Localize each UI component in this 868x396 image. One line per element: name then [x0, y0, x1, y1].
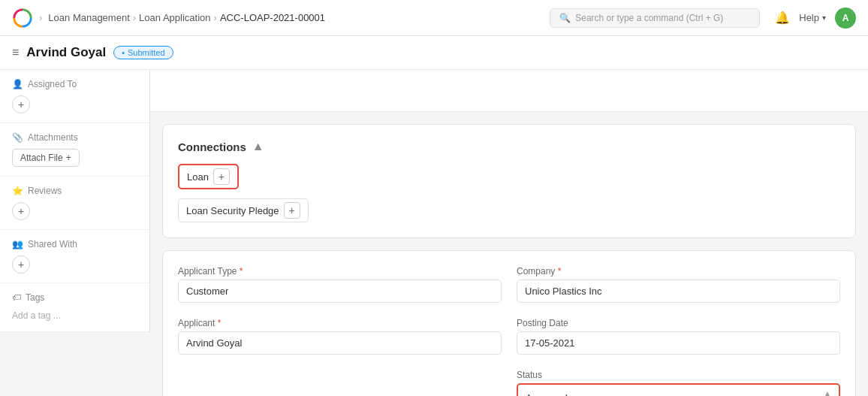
- connections-card: Connections ▲ Loan + Loan Security Pledg…: [162, 124, 856, 238]
- attach-file-button[interactable]: Attach File +: [12, 149, 80, 167]
- reviews-label: Reviews: [28, 186, 62, 196]
- star-icon: ⭐: [12, 186, 23, 196]
- help-chevron-icon: ▾: [822, 14, 826, 22]
- loan-add-button[interactable]: +: [213, 168, 230, 185]
- sidebar-section-shared-with: 👥 Shared With +: [0, 230, 149, 283]
- add-tag-input[interactable]: Add a tag ...: [12, 309, 137, 322]
- main-layout: 👤 Assigned To + 📎 Attachments Attach Fil…: [0, 70, 868, 396]
- connections-header: Connections ▲: [178, 140, 840, 153]
- loan-security-pledge-tag[interactable]: Loan Security Pledge +: [178, 198, 309, 222]
- app-logo[interactable]: [12, 8, 33, 29]
- breadcrumb-loan-application[interactable]: Loan Application: [139, 12, 210, 23]
- applicant-type-required: *: [240, 266, 243, 277]
- status-select[interactable]: Approved ▲▼: [517, 383, 840, 396]
- company-value[interactable]: Unico Plastics Inc: [517, 280, 840, 303]
- applicant-label: Applicant *: [178, 318, 502, 328]
- breadcrumb: Loan Management › Loan Application › ACC…: [48, 12, 325, 23]
- avatar[interactable]: A: [835, 8, 856, 29]
- applicant-group: Applicant * Arvind Goyal: [178, 318, 502, 355]
- applicant-type-value[interactable]: Customer: [178, 280, 502, 303]
- paperclip-icon: 📎: [12, 132, 23, 143]
- sidebar-section-tags: 🏷 Tags Add a tag ...: [0, 283, 149, 332]
- assigned-to-header: 👤 Assigned To: [12, 79, 137, 89]
- help-label: Help: [799, 12, 819, 23]
- page-title: Arvind Goyal: [26, 45, 106, 60]
- shared-with-add-button[interactable]: +: [12, 255, 30, 274]
- search-icon: 🔍: [559, 13, 571, 23]
- shared-with-header: 👥 Shared With: [12, 239, 137, 249]
- menu-icon[interactable]: ≡: [12, 46, 19, 59]
- attach-file-label: Attach File: [20, 153, 63, 163]
- posting-date-label: Posting Date: [517, 318, 840, 328]
- form-spacer: [178, 370, 502, 396]
- loan-security-add-button[interactable]: +: [284, 202, 300, 219]
- shared-with-label: Shared With: [28, 239, 77, 249]
- notifications-bell-icon[interactable]: 🔔: [775, 11, 790, 25]
- breadcrumb-current: ACC-LOAP-2021-00001: [220, 12, 325, 23]
- company-group: Company * Unico Plastics Inc: [517, 266, 840, 303]
- select-arrows-icon: ▲▼: [824, 390, 831, 396]
- search-bar[interactable]: 🔍 Search or type a command (Ctrl + G): [550, 8, 760, 28]
- form-card: Applicant Type * Customer Company * Unic…: [162, 250, 856, 396]
- collapse-icon[interactable]: ▲: [252, 140, 264, 153]
- help-button[interactable]: Help ▾: [799, 12, 826, 23]
- assigned-to-add-button[interactable]: +: [12, 95, 30, 113]
- sidebar: 👤 Assigned To + 📎 Attachments Attach Fil…: [0, 70, 150, 332]
- loan-label: Loan: [187, 171, 209, 183]
- search-placeholder-text: Search or type a command (Ctrl + G): [575, 13, 723, 23]
- form-grid: Applicant Type * Customer Company * Unic…: [178, 266, 840, 396]
- share-icon: 👥: [12, 239, 23, 249]
- reviews-header: ⭐ Reviews: [12, 186, 137, 196]
- person-icon: 👤: [12, 79, 23, 89]
- posting-date-value[interactable]: 17-05-2021: [517, 331, 840, 355]
- navbar: › Loan Management › Loan Application › A…: [0, 0, 868, 36]
- breadcrumb-separator-0: ›: [39, 12, 42, 23]
- connections-title: Connections: [178, 141, 246, 153]
- applicant-type-group: Applicant Type * Customer: [178, 266, 502, 303]
- attachments-header: 📎 Attachments: [12, 132, 137, 143]
- posting-date-group: Posting Date 17-05-2021: [517, 318, 840, 355]
- connection-row-2: Loan Security Pledge +: [178, 198, 840, 222]
- tags-label: Tags: [26, 292, 44, 303]
- company-label: Company *: [517, 266, 840, 277]
- tag-icon: 🏷: [12, 292, 21, 303]
- attachments-label: Attachments: [28, 132, 78, 143]
- sidebar-section-assigned-to: 👤 Assigned To +: [0, 70, 149, 123]
- page-header: ≡ Arvind Goyal Submitted: [0, 36, 868, 69]
- company-required: *: [558, 266, 562, 277]
- main-content: Connections ▲ Loan + Loan Security Pledg…: [150, 112, 868, 396]
- svg-point-1: [20, 14, 26, 20]
- status-label: Status: [517, 370, 840, 380]
- status-badge: Submitted: [113, 46, 173, 59]
- toolbar-row: [150, 70, 868, 112]
- connection-row-1: Loan +: [178, 164, 840, 195]
- sidebar-section-attachments: 📎 Attachments Attach File +: [0, 123, 149, 177]
- status-value: Approved: [526, 392, 568, 397]
- loan-connection-tag[interactable]: Loan +: [178, 164, 239, 189]
- applicant-type-label: Applicant Type *: [178, 266, 502, 277]
- attach-file-plus-icon: +: [66, 153, 71, 163]
- breadcrumb-loan-management[interactable]: Loan Management: [48, 12, 129, 23]
- tags-header: 🏷 Tags: [12, 292, 137, 303]
- content-area: Connections ▲ Loan + Loan Security Pledg…: [150, 70, 868, 396]
- status-group: Status Approved ▲▼: [517, 370, 840, 396]
- sidebar-wrapper: 👤 Assigned To + 📎 Attachments Attach Fil…: [0, 70, 150, 396]
- breadcrumb-sep-1: ›: [133, 12, 136, 23]
- applicant-required: *: [218, 318, 222, 328]
- sidebar-section-reviews: ⭐ Reviews +: [0, 177, 149, 230]
- loan-security-label: Loan Security Pledge: [186, 205, 279, 216]
- reviews-add-button[interactable]: +: [12, 202, 30, 220]
- applicant-value[interactable]: Arvind Goyal: [178, 331, 502, 355]
- full-header-row: ≡ Arvind Goyal Submitted: [0, 36, 868, 70]
- assigned-to-label: Assigned To: [28, 79, 77, 89]
- navbar-icons: 🔔 Help ▾ A: [775, 8, 856, 29]
- breadcrumb-sep-2: ›: [214, 12, 217, 23]
